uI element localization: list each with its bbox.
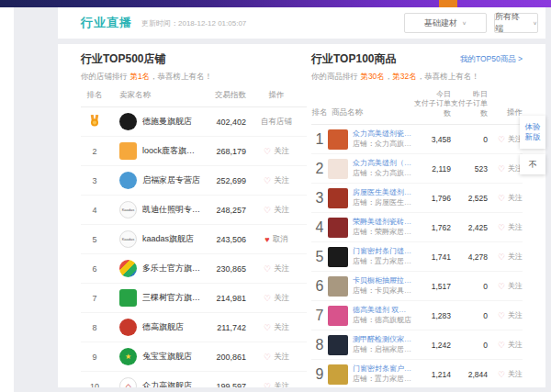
product-name-link[interactable]: 门窗密封条窗户防风保... — [353, 364, 412, 375]
follow-label: 关注 — [274, 175, 289, 186]
product-shop-name: 店铺：置力家居专营店 — [353, 375, 412, 385]
shop-table-row: 10 ⌂ 众力高旗舰店 199,597 ♡ 关注 — [81, 372, 307, 387]
product-name-link[interactable]: 荣爵美缝剂瓷砖地砖专... — [353, 218, 412, 228]
product-shop-name: 店铺：房屋医生旗舰店 — [353, 198, 412, 208]
chevron-down-icon: ∨ — [462, 20, 467, 26]
shop-table-row: 9 ★ 兔宝宝旗舰店 200,861 ♡ 关注 — [81, 342, 307, 372]
heart-icon: ♡ — [498, 282, 505, 291]
header-actions: 基础建材 ∨ 所有终端 ∨ — [404, 13, 538, 33]
shop-table-row: 4 Kaadas 凯迪仕照明专卖店 248,257 ♡ 关注 — [81, 196, 307, 225]
rank-cell: 9 — [81, 353, 108, 362]
my-goods-rank-1: 第30名 — [360, 72, 384, 81]
product-thumbnail — [328, 218, 348, 238]
follow-button[interactable]: ♡ 关注 — [488, 193, 523, 203]
today-paid-suborders: 1,517 — [412, 282, 451, 291]
product-name-link[interactable]: 众力高美缝剂瓷砖地砖... — [353, 129, 412, 140]
follow-button[interactable]: ♡ 关注 — [488, 134, 523, 144]
heart-icon: ♡ — [264, 382, 271, 388]
shop-table-row: 7 三棵树官方旗舰店 214,981 ♡ 关注 — [81, 284, 307, 313]
rank-number: 4 — [92, 206, 96, 215]
shop-table-row: 2 loock鹿客旗舰店 268,179 ♡ 关注 — [81, 137, 307, 166]
trade-index-value: 230,865 — [200, 264, 246, 274]
trade-index-value: 243,506 — [200, 235, 246, 244]
product-shop-name: 店铺：众力高旗舰店 — [353, 140, 412, 150]
heart-icon: ♡ — [498, 311, 505, 320]
goods-table-body: 1 众力高美缝剂瓷砖地砖... 店铺：众力高旗舰店 3,458 0 ♡ 关注 2… — [311, 125, 523, 387]
goods-table-row: 4 荣爵美缝剂瓷砖地砖专... 店铺：荣爵家居旗舰店 1,762 2,425 ♡… — [311, 213, 523, 242]
heart-icon: ♡ — [264, 206, 271, 215]
heart-icon: ♡ — [498, 194, 505, 203]
product-shop-name: 店铺：众力高旗舰店 — [353, 169, 412, 179]
product-name-link[interactable]: 门窗密封条门缝门底防... — [353, 247, 412, 257]
follow-button[interactable]: ♡ 关注 — [246, 352, 307, 363]
product-shop-name: 店铺：启福家居专营店 — [353, 345, 412, 355]
rank-cell: 3 — [81, 176, 108, 185]
shop-table-row: 德施曼旗舰店 402,402 自有店铺 — [81, 107, 307, 137]
cancel-follow-button[interactable]: ♥ 取消 — [246, 234, 307, 245]
shops-panel-subtitle: 你的店铺排行 第1名，恭喜榜上有名！ — [81, 72, 307, 83]
follow-label: 关注 — [508, 340, 523, 350]
floating-secondary-button[interactable]: 不 — [520, 154, 545, 174]
shop-table-row: 8 德高旗舰店 211,742 ♡ 关注 — [81, 313, 307, 342]
product-name-link[interactable]: 众力高美缝剂（美小缝... — [353, 159, 412, 169]
heart-icon: ♥ — [264, 235, 269, 244]
my-top50-goods-link[interactable]: 我的TOP50商品 > — [460, 54, 523, 65]
follow-button[interactable]: ♡ 关注 — [246, 322, 307, 333]
heart-icon: ♡ — [498, 370, 505, 379]
rank-cell: 4 — [81, 206, 108, 215]
category-dropdown[interactable]: 基础建材 ∨ — [404, 13, 487, 33]
today-paid-suborders: 1,242 — [412, 341, 451, 350]
today-paid-suborders: 1,741 — [412, 252, 451, 262]
goods-table-row: 3 房屋医生美缝剂瓷砖地... 店铺：房屋医生旗舰店 1,796 2,525 ♡… — [311, 184, 523, 213]
follow-button[interactable]: ♡ 关注 — [246, 205, 307, 216]
follow-button[interactable]: ♡ 关注 — [246, 146, 307, 157]
follow-button[interactable]: ♡ 关注 — [246, 381, 307, 388]
goods-table-header: 排名 商品名称 今日 支付子订单数 昨日 支付子订单数 操作 — [311, 83, 523, 125]
follow-button[interactable]: ♡ 关注 — [488, 222, 523, 232]
product-name-link[interactable]: 卡贝橱柜抽屉拉手美式... — [353, 276, 412, 286]
rank-number: 10 — [90, 382, 99, 388]
own-shop-label: 自有店铺 — [246, 117, 307, 128]
follow-button[interactable]: ♡ 关注 — [488, 252, 523, 262]
follow-button[interactable]: ♡ 关注 — [488, 340, 523, 350]
product-name-link[interactable]: 房屋医生美缝剂瓷砖地... — [353, 188, 412, 198]
page-title: 行业直播 — [81, 15, 132, 31]
trade-index-value: 402,402 — [200, 118, 246, 127]
follow-label: 关注 — [508, 193, 523, 203]
heart-icon: ♡ — [264, 176, 271, 185]
rank-number: 5 — [92, 235, 96, 244]
left-side-strip — [0, 7, 14, 392]
follow-button[interactable]: ♡ 关注 — [488, 310, 523, 320]
shop-table-row: 3 启福家居专营店 252,699 ♡ 关注 — [81, 166, 307, 196]
trade-index-value: 248,257 — [200, 206, 246, 215]
shop-name: 德施曼旗舰店 — [142, 116, 200, 128]
terminal-dropdown[interactable]: 所有终端 ∨ — [494, 13, 538, 33]
heart-icon: ♡ — [264, 323, 271, 332]
follow-label: 关注 — [508, 281, 523, 291]
try-new-version-button[interactable]: 体验 新版 — [520, 116, 545, 149]
rank-number: 2 — [92, 147, 96, 156]
follow-button[interactable]: ♡ 关注 — [488, 163, 523, 174]
heart-icon: ♡ — [264, 147, 271, 156]
goods-panel-title: 行业TOP100商品 — [311, 51, 396, 67]
yesterday-paid-suborders: 0 — [451, 282, 488, 291]
follow-label: 关注 — [508, 310, 523, 320]
follow-label: 关注 — [274, 352, 289, 363]
follow-button[interactable]: ♡ 关注 — [246, 175, 307, 186]
product-name-link[interactable]: 德高美缝剂 双组份美... — [353, 306, 412, 316]
follow-button[interactable]: ♡ 关注 — [488, 369, 523, 379]
shop-name: 启福家居专营店 — [142, 174, 200, 186]
follow-label: 自有店铺 — [261, 117, 292, 128]
update-timestamp: 更新时间：2018-12-12 01:05:07 — [141, 18, 246, 28]
rank-number: 3 — [311, 190, 328, 207]
follow-button[interactable]: ♡ 关注 — [246, 263, 307, 274]
product-name-link[interactable]: 测甲醛检测仪家用防... — [353, 335, 412, 345]
chevron-down-icon: ∨ — [533, 20, 537, 26]
shop-logo: Kaadas — [119, 230, 137, 248]
follow-button[interactable]: ♡ 关注 — [246, 293, 307, 304]
product-thumbnail — [328, 276, 348, 297]
follow-button[interactable]: ♡ 关注 — [488, 281, 523, 291]
product-thumbnail — [328, 335, 348, 355]
shop-name: 众力高旗舰店 — [142, 380, 200, 387]
shop-name: 德高旗舰店 — [142, 321, 200, 333]
